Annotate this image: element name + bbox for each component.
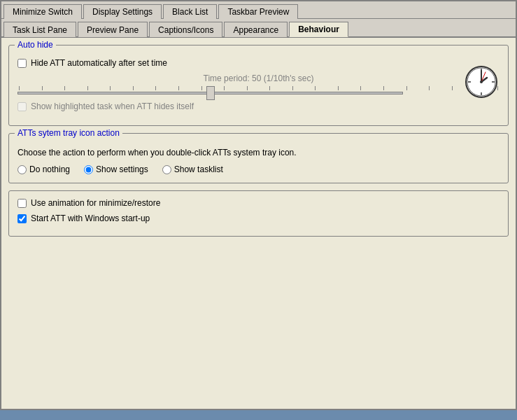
tab-black-list[interactable]: Black List <box>163 4 217 19</box>
hide-att-label[interactable]: Hide ATT automatically after set time <box>31 58 167 68</box>
auto-hide-section: Auto hide <box>8 45 509 126</box>
tab-task-list-pane[interactable]: Task List Pane <box>3 22 76 37</box>
bottom-options-section: Use animation for minimize/restore Start… <box>8 190 509 237</box>
tab-taskbar-preview[interactable]: Taskbar Preview <box>218 4 298 19</box>
show-highlighted-checkbox[interactable] <box>17 102 27 111</box>
tab-behaviour[interactable]: Behaviour <box>289 22 348 37</box>
radio-do-nothing-input[interactable] <box>17 165 27 174</box>
auto-hide-checkbox-row: Hide ATT automatically after set time <box>17 58 500 68</box>
radio-show-settings[interactable]: Show settings <box>84 164 148 174</box>
animation-label[interactable]: Use animation for minimize/restore <box>31 198 160 208</box>
radio-show-tasklist-input[interactable] <box>162 165 171 174</box>
svg-point-9 <box>480 80 483 83</box>
tick <box>406 86 407 90</box>
tab-row-1: Minimize Switch Display Settings Black L… <box>1 1 516 19</box>
radio-options-row: Do nothing Show settings Show tasklist <box>17 164 500 174</box>
animation-checkbox[interactable] <box>17 199 27 208</box>
tab-preview-pane[interactable]: Preview Pane <box>78 22 148 37</box>
startup-label[interactable]: Start ATT with Windows start-up <box>31 214 150 223</box>
radio-do-nothing-label: Do nothing <box>29 164 70 174</box>
time-slider[interactable] <box>17 92 403 94</box>
main-window: Minimize Switch Display Settings Black L… <box>0 0 517 410</box>
tab-minimize-switch[interactable]: Minimize Switch <box>3 4 82 19</box>
radio-show-tasklist[interactable]: Show tasklist <box>162 164 223 174</box>
radio-show-settings-input[interactable] <box>84 165 93 174</box>
show-highlighted-row: Show highlighted task when ATT hides its… <box>17 102 500 111</box>
radio-do-nothing[interactable]: Do nothing <box>17 164 70 174</box>
radio-show-tasklist-label: Show tasklist <box>174 164 223 174</box>
time-period-label: Time period: 50 (1/10th's sec) <box>17 74 500 83</box>
tab-captions-icons[interactable]: Captions/Icons <box>149 22 222 37</box>
startup-checkbox[interactable] <box>17 214 27 223</box>
tab-display-settings[interactable]: Display Settings <box>83 4 162 19</box>
tab-row-2: Task List Pane Preview Pane Captions/Ico… <box>1 19 516 38</box>
startup-checkbox-row: Start ATT with Windows start-up <box>17 214 500 223</box>
time-slider-container <box>17 92 500 94</box>
tick <box>452 86 453 90</box>
system-tray-body: Choose the action to perform when you do… <box>17 146 500 174</box>
animation-checkbox-row: Use animation for minimize/restore <box>17 198 500 208</box>
system-tray-description: Choose the action to perform when you do… <box>17 146 500 159</box>
tab-appearance[interactable]: Appearance <box>224 22 288 37</box>
clock-icon <box>465 65 498 101</box>
hide-att-checkbox[interactable] <box>17 59 27 68</box>
auto-hide-title: Auto hide <box>15 40 56 50</box>
tick <box>429 86 430 90</box>
content-area: Auto hide <box>1 38 516 409</box>
system-tray-section: ATTs sytem tray icon action Choose the a… <box>8 133 509 183</box>
auto-hide-body: Hide ATT automatically after set time Ti… <box>17 58 500 111</box>
radio-show-settings-label: Show settings <box>96 164 148 174</box>
system-tray-title: ATTs sytem tray icon action <box>15 128 122 138</box>
show-highlighted-label: Show highlighted task when ATT hides its… <box>31 102 194 111</box>
